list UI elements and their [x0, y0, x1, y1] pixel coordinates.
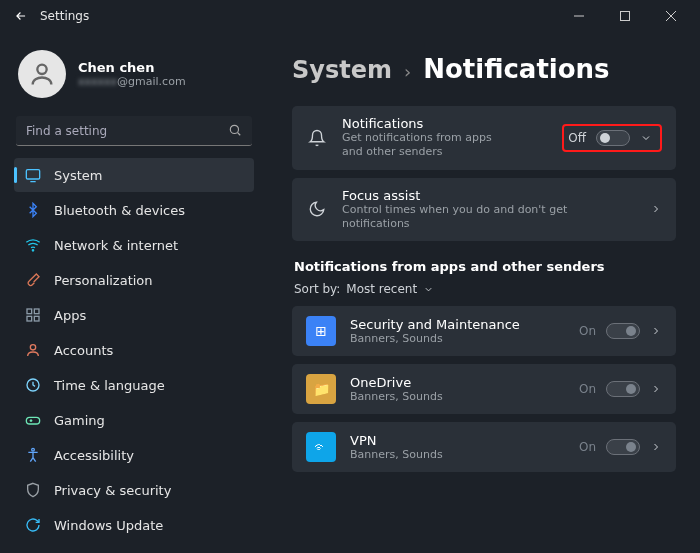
- app-card[interactable]: 📁OneDriveBanners, SoundsOn: [292, 364, 676, 414]
- sidebar-item-system[interactable]: System: [14, 158, 254, 192]
- search-box[interactable]: [16, 116, 252, 146]
- sidebar-item-label: Accessibility: [54, 448, 134, 463]
- toggle-state: Off: [568, 131, 586, 145]
- sidebar-item-apps[interactable]: Apps: [14, 298, 254, 332]
- sidebar-item-windows-update[interactable]: Windows Update: [14, 508, 254, 542]
- sidebar-item-bluetooth-devices[interactable]: Bluetooth & devices: [14, 193, 254, 227]
- app-card[interactable]: ⊞Security and MaintenanceBanners, Sounds…: [292, 306, 676, 356]
- app-card[interactable]: ᯤVPNBanners, SoundsOn: [292, 422, 676, 472]
- svg-rect-5: [27, 309, 32, 314]
- sort-label: Sort by:: [294, 282, 340, 296]
- section-header: Notifications from apps and other sender…: [294, 259, 676, 274]
- app-title: Security and Maintenance: [350, 317, 565, 332]
- highlight-box: Off: [562, 124, 662, 152]
- app-toggle[interactable]: [606, 439, 640, 455]
- svg-point-2: [230, 125, 238, 133]
- sidebar-item-personalization[interactable]: Personalization: [14, 263, 254, 297]
- chevron-right-icon[interactable]: [650, 203, 662, 215]
- app-toggle[interactable]: [606, 323, 640, 339]
- card-subtitle: Get notifications from apps and other se…: [342, 131, 492, 160]
- svg-rect-7: [27, 316, 32, 321]
- svg-point-9: [30, 345, 35, 350]
- apps-icon: [24, 306, 42, 324]
- app-title: OneDrive: [350, 375, 565, 390]
- person-icon: [24, 341, 42, 359]
- chevron-right-icon: ›: [404, 61, 411, 82]
- sidebar-item-label: Gaming: [54, 413, 105, 428]
- sidebar-item-label: Personalization: [54, 273, 153, 288]
- main-content: System › Notifications Notifications Get…: [262, 32, 700, 553]
- svg-rect-0: [621, 12, 630, 21]
- app-title: VPN: [350, 433, 565, 448]
- notifications-toggle[interactable]: [596, 130, 630, 146]
- app-subtitle: Banners, Sounds: [350, 448, 565, 462]
- app-icon: ᯤ: [306, 432, 336, 462]
- sidebar-item-label: Privacy & security: [54, 483, 171, 498]
- gamepad-icon: [24, 411, 42, 429]
- bell-icon: [306, 129, 328, 147]
- svg-rect-8: [34, 316, 39, 321]
- toggle-state: On: [579, 382, 596, 396]
- svg-rect-3: [26, 170, 39, 179]
- sidebar: Chen chen xxxxxx@gmail.com SystemBluetoo…: [0, 32, 262, 553]
- sidebar-item-accessibility[interactable]: Accessibility: [14, 438, 254, 472]
- breadcrumb-parent[interactable]: System: [292, 56, 392, 84]
- sidebar-item-label: Network & internet: [54, 238, 178, 253]
- svg-point-12: [32, 448, 35, 451]
- chevron-down-icon: [423, 284, 434, 295]
- chevron-right-icon[interactable]: [650, 383, 662, 395]
- sidebar-item-accounts[interactable]: Accounts: [14, 333, 254, 367]
- nav-list: SystemBluetooth & devicesNetwork & inter…: [14, 158, 254, 542]
- chevron-down-icon[interactable]: [640, 132, 652, 144]
- maximize-button[interactable]: [602, 0, 648, 32]
- app-subtitle: Banners, Sounds: [350, 332, 565, 346]
- app-icon: ⊞: [306, 316, 336, 346]
- sidebar-item-time-language[interactable]: Time & language: [14, 368, 254, 402]
- sidebar-item-label: Time & language: [54, 378, 165, 393]
- update-icon: [24, 516, 42, 534]
- avatar: [18, 50, 66, 98]
- breadcrumb: System › Notifications: [292, 54, 676, 84]
- card-title: Focus assist: [342, 188, 636, 203]
- sidebar-item-network-internet[interactable]: Network & internet: [14, 228, 254, 262]
- back-button[interactable]: [6, 1, 36, 31]
- notifications-card[interactable]: Notifications Get notifications from app…: [292, 106, 676, 170]
- minimize-button[interactable]: [556, 0, 602, 32]
- sort-control[interactable]: Sort by: Most recent: [294, 282, 676, 296]
- app-toggle[interactable]: [606, 381, 640, 397]
- sidebar-item-privacy-security[interactable]: Privacy & security: [14, 473, 254, 507]
- shield-icon: [24, 481, 42, 499]
- sidebar-item-label: System: [54, 168, 102, 183]
- wifi-icon: [24, 236, 42, 254]
- page-title: Notifications: [423, 54, 609, 84]
- chevron-right-icon[interactable]: [650, 441, 662, 453]
- display-icon: [24, 166, 42, 184]
- sidebar-item-label: Apps: [54, 308, 86, 323]
- sidebar-item-label: Bluetooth & devices: [54, 203, 185, 218]
- app-subtitle: Banners, Sounds: [350, 390, 565, 404]
- window-title: Settings: [40, 9, 89, 23]
- svg-rect-6: [34, 309, 39, 314]
- close-button[interactable]: [648, 0, 694, 32]
- profile-email: xxxxxx@gmail.com: [78, 75, 186, 88]
- app-icon: 📁: [306, 374, 336, 404]
- svg-point-1: [37, 65, 46, 74]
- card-subtitle: Control times when you do and don't get …: [342, 203, 636, 232]
- card-title: Notifications: [342, 116, 548, 131]
- focus-assist-card[interactable]: Focus assist Control times when you do a…: [292, 178, 676, 242]
- profile-block[interactable]: Chen chen xxxxxx@gmail.com: [14, 44, 254, 112]
- search-icon: [228, 123, 242, 137]
- svg-point-4: [32, 250, 33, 251]
- svg-rect-11: [26, 417, 39, 424]
- search-input[interactable]: [16, 116, 252, 146]
- accessibility-icon: [24, 446, 42, 464]
- bluetooth-icon: [24, 201, 42, 219]
- sidebar-item-label: Windows Update: [54, 518, 163, 533]
- toggle-state: On: [579, 324, 596, 338]
- sidebar-item-gaming[interactable]: Gaming: [14, 403, 254, 437]
- profile-name: Chen chen: [78, 60, 186, 75]
- chevron-right-icon[interactable]: [650, 325, 662, 337]
- sidebar-item-label: Accounts: [54, 343, 113, 358]
- moon-icon: [306, 200, 328, 218]
- toggle-state: On: [579, 440, 596, 454]
